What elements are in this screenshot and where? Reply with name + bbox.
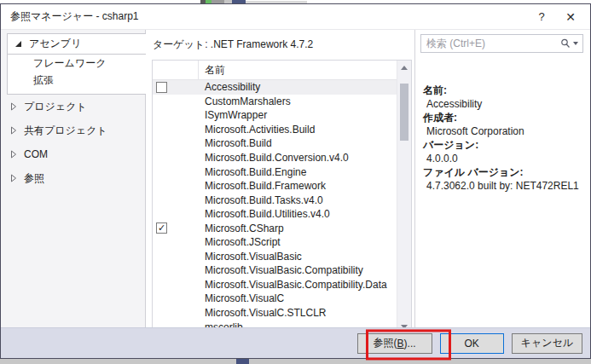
table-row[interactable]: Microsoft.Activities.Build: [153, 123, 411, 137]
help-button[interactable]: ?: [527, 4, 556, 29]
checkbox-cell: [153, 250, 199, 264]
assembly-name: Microsoft.Build.Utilities.v4.0: [199, 208, 330, 220]
checkbox-cell: [153, 80, 199, 95]
cancel-button[interactable]: キャンセル: [512, 333, 582, 354]
assembly-name: Microsoft.Build.Tasks.v4.0: [199, 194, 323, 206]
checkbox-cell: [153, 151, 199, 165]
checkbox-cell: [153, 263, 199, 278]
detail-value: Accessibility: [423, 97, 583, 111]
table-row[interactable]: Microsoft.Build.Framework: [153, 179, 411, 194]
assembly-name: Microsoft.Build: [199, 137, 272, 149]
table-row[interactable]: Microsoft.VisualC.STLCLR: [153, 306, 411, 321]
detail-label: 名前:: [423, 84, 583, 97]
collapsed-arrow-icon: [10, 126, 17, 135]
details-panel: 検索 (Ctrl+E) 名前: Accessibility 作成者: Micro…: [414, 30, 590, 327]
assembly-name: Accessibility: [199, 81, 260, 93]
sidebar-item-assemblies[interactable]: アセンブリ: [8, 34, 146, 55]
sidebar-item-label: 拡張: [33, 73, 54, 88]
assembly-name: Microsoft.VisualBasic.Compatibility: [199, 264, 363, 276]
checkbox-cell: [153, 108, 199, 123]
detail-label: ファイル バージョン:: [423, 165, 583, 179]
table-row[interactable]: Microsoft.VisualBasic.Compatibility.Data: [153, 278, 411, 292]
assembly-name: Microsoft.VisualBasic: [199, 251, 302, 263]
footer-bar: 参照(B)... OK キャンセル: [1, 327, 590, 358]
table-row[interactable]: Microsoft.Build: [153, 136, 411, 151]
table-row[interactable]: Microsoft.Build.Engine: [153, 165, 411, 179]
magnifier-icon: [560, 38, 571, 49]
table-row[interactable]: ISymWrapper: [153, 108, 411, 123]
sidebar-item-shared-projects[interactable]: 共有プロジェクト: [1, 118, 145, 142]
collapsed-arrow-icon: [10, 174, 17, 182]
assembly-list-panel: ターゲット: .NET Framework 4.7.2 名前 Accessibi…: [146, 30, 414, 327]
reference-manager-dialog: 参照マネージャー - csharp1 ? ✕ アセンブリ フレームワーク 拡: [0, 3, 591, 359]
window-controls: ? ✕: [527, 4, 590, 29]
checkbox-column-header: [153, 61, 199, 79]
browse-button-label-suffix: )...: [404, 338, 416, 350]
sidebar-item-framework[interactable]: フレームワーク: [8, 55, 146, 72]
table-row[interactable]: Microsoft.Build.Utilities.v4.0: [153, 207, 411, 222]
search-dropdown-icon: [573, 42, 578, 45]
sidebar-item-label: フレームワーク: [33, 56, 106, 71]
assembly-name: Microsoft.Build.Framework: [199, 180, 326, 192]
browse-button-accesskey: B: [397, 338, 404, 350]
vertical-scrollbar[interactable]: [397, 61, 411, 334]
checkbox-cell: [153, 278, 199, 292]
sidebar-item-label: COM: [24, 148, 48, 160]
table-row[interactable]: Microsoft.VisualBasic.Compatibility: [153, 263, 411, 278]
sidebar-item-label: アセンブリ: [29, 37, 81, 51]
ok-button[interactable]: OK: [440, 333, 504, 354]
dialog-body: アセンブリ フレームワーク 拡張 プロジェクト 共有プロジェクト: [1, 29, 590, 327]
assembly-name: ISymWrapper: [199, 109, 267, 121]
checkbox-cell: [153, 207, 199, 222]
collapsed-arrow-icon: [10, 102, 17, 111]
checkbox-cell: [153, 136, 199, 151]
checkbox-cell: [153, 292, 199, 306]
collapsed-arrow-icon: [10, 150, 17, 159]
sidebar-item-extensions[interactable]: 拡張: [8, 72, 146, 89]
assembly-name: Microsoft.VisualBasic.Compatibility.Data: [199, 279, 387, 291]
table-row[interactable]: CustomMarshalers: [153, 95, 411, 109]
checkbox-cell: [153, 235, 199, 250]
table-header: 名前: [153, 61, 411, 80]
name-column-header[interactable]: 名前: [199, 61, 225, 79]
background-window-sliver-bottom: [0, 359, 591, 364]
checked-checkbox[interactable]: ✓: [156, 222, 167, 234]
assembly-name: Microsoft.JScript: [199, 236, 281, 248]
expanded-arrow-icon: [15, 41, 21, 47]
assembly-name: CustomMarshalers: [199, 95, 291, 107]
sidebar-item-label: 共有プロジェクト: [24, 124, 107, 138]
table-row[interactable]: Accessibility: [153, 80, 411, 95]
table-row[interactable]: ✓Microsoft.CSharp: [153, 221, 411, 235]
table-row[interactable]: Microsoft.VisualBasic: [153, 250, 411, 264]
assembly-table: 名前 AccessibilityCustomMarshalersISymWrap…: [152, 60, 412, 335]
assembly-list: AccessibilityCustomMarshalersISymWrapper…: [153, 80, 411, 334]
checkbox-cell: [153, 193, 199, 207]
scrollbar-thumb[interactable]: [400, 84, 408, 141]
table-row[interactable]: Microsoft.Build.Conversion.v4.0: [153, 151, 411, 165]
dialog-title: 参照マネージャー - csharp1: [10, 9, 138, 24]
assembly-name: Microsoft.Activities.Build: [199, 124, 315, 136]
target-framework-label: ターゲット: .NET Framework 4.7.2: [153, 38, 412, 52]
assembly-name: Microsoft.VisualC: [199, 292, 284, 304]
search-icon[interactable]: [560, 38, 578, 49]
table-row[interactable]: Microsoft.Build.Tasks.v4.0: [153, 193, 411, 207]
close-button[interactable]: ✕: [556, 4, 585, 29]
checkbox-cell: [153, 165, 199, 179]
scroll-up-icon[interactable]: [397, 61, 411, 74]
table-row[interactable]: Microsoft.VisualC: [153, 292, 411, 306]
screen: 参照マネージャー - csharp1 ? ✕ アセンブリ フレームワーク 拡: [0, 0, 591, 364]
sidebar-item-projects[interactable]: プロジェクト: [1, 95, 145, 118]
assembly-name: Microsoft.Build.Conversion.v4.0: [199, 152, 349, 164]
sidebar-item-browse[interactable]: 参照: [1, 166, 145, 190]
sidebar-item-com[interactable]: COM: [1, 142, 145, 166]
title-bar: 参照マネージャー - csharp1 ? ✕: [1, 4, 590, 29]
browse-button[interactable]: 参照(B)...: [357, 333, 432, 354]
table-row[interactable]: Microsoft.JScript: [153, 235, 411, 250]
search-input[interactable]: 検索 (Ctrl+E): [420, 34, 583, 53]
unchecked-checkbox[interactable]: [156, 82, 167, 93]
checkbox-cell: [153, 95, 199, 109]
assembly-name: Microsoft.Build.Engine: [199, 166, 306, 178]
detail-label: バージョン:: [423, 138, 583, 152]
checkbox-cell: [153, 179, 199, 194]
assembly-details: 名前: Accessibility 作成者: Microsoft Corpora…: [420, 84, 583, 193]
